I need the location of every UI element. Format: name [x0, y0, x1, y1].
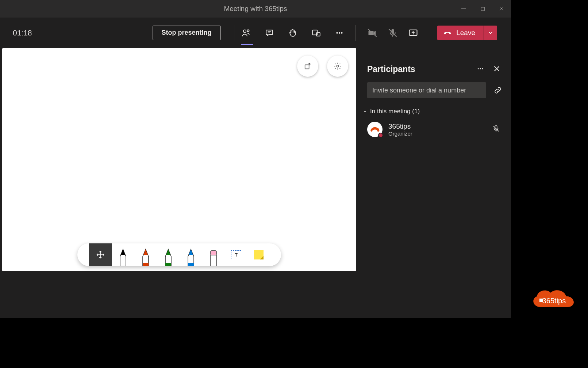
whiteboard-move-tool[interactable]: [89, 243, 112, 266]
move-icon: [96, 250, 105, 259]
participants-close-button[interactable]: [493, 65, 500, 73]
close-button[interactable]: [492, 0, 511, 18]
svg-rect-24: [211, 255, 216, 266]
share-screen-button[interactable]: [408, 28, 418, 38]
svg-point-12: [341, 32, 342, 33]
window-title: Meeting with 365tips: [224, 5, 287, 13]
content-area: T Participants: [0, 48, 511, 318]
stop-presenting-button[interactable]: Stop presenting: [153, 26, 221, 40]
link-icon: [493, 86, 502, 95]
leave-options-button[interactable]: [483, 26, 497, 40]
whiteboard-export-button[interactable]: [297, 56, 318, 77]
meeting-timer: 01:18: [13, 29, 32, 37]
in-meeting-label: In this meeting (1): [370, 108, 420, 115]
svg-point-27: [482, 68, 483, 69]
svg-rect-23: [211, 251, 216, 255]
leave-label: Leave: [456, 29, 475, 37]
whiteboard-pen-green[interactable]: [157, 243, 180, 266]
separator: [234, 25, 234, 41]
copy-link-button[interactable]: [493, 85, 503, 95]
pen-icon: [185, 247, 197, 266]
participants-panel: Participants In this meetin: [356, 48, 511, 318]
participants-header-actions: [477, 65, 500, 74]
svg-rect-18: [305, 65, 309, 69]
export-icon: [304, 62, 312, 70]
whiteboard-pen-black[interactable]: [112, 243, 134, 266]
participant-role: Organizer: [388, 130, 412, 137]
avatar: [367, 122, 383, 137]
svg-point-11: [338, 32, 340, 33]
svg-point-5: [247, 30, 249, 31]
app-window: Meeting with 365tips 01:18 Stop presenti…: [0, 0, 511, 318]
raise-hand-button[interactable]: [288, 28, 298, 38]
hangup-icon: [443, 29, 452, 37]
microphone-toggle-button[interactable]: [388, 28, 398, 38]
pen-icon: [140, 247, 151, 266]
minimize-button[interactable]: [454, 0, 473, 18]
svg-point-26: [480, 68, 481, 69]
svg-point-4: [243, 30, 246, 32]
whiteboard-pen-blue[interactable]: [180, 243, 202, 266]
participants-more-button[interactable]: [477, 65, 484, 74]
leave-button[interactable]: Leave: [437, 26, 483, 40]
whiteboard-eraser-tool[interactable]: [202, 243, 225, 266]
watermark-text: 365tips: [542, 297, 566, 305]
invite-input[interactable]: [367, 82, 486, 98]
whiteboard-toolbar: T: [77, 243, 281, 266]
eraser-icon: [208, 247, 219, 266]
svg-rect-33: [539, 299, 543, 302]
text-icon: T: [231, 250, 241, 259]
whiteboard-settings-button[interactable]: [327, 56, 348, 77]
invite-row: [356, 82, 511, 98]
chat-button[interactable]: [264, 28, 274, 38]
center-controls: [241, 28, 345, 38]
meeting-controls-bar: 01:18 Stop presenting: [0, 18, 511, 48]
whiteboard-top-controls: [297, 56, 348, 77]
svg-point-25: [478, 68, 479, 69]
chevron-down-icon: [363, 109, 367, 114]
participant-name: 365tips: [388, 122, 412, 130]
titlebar: Meeting with 365tips: [0, 0, 511, 18]
gear-icon: [334, 62, 342, 70]
svg-rect-21: [165, 263, 171, 266]
participant-mic-muted-icon[interactable]: [492, 125, 500, 134]
window-controls: [454, 0, 511, 18]
whiteboard-canvas[interactable]: T: [2, 48, 356, 271]
leave-button-group: Leave: [437, 26, 497, 40]
pen-icon: [162, 247, 174, 266]
svg-rect-22: [188, 263, 194, 266]
maximize-button[interactable]: [473, 0, 492, 18]
watermark-logo: 365tips: [530, 283, 579, 313]
breakout-rooms-button[interactable]: [311, 28, 321, 38]
right-controls: Leave: [367, 26, 508, 40]
participants-button[interactable]: [241, 28, 251, 38]
svg-rect-1: [481, 7, 484, 10]
sticky-note-icon: [254, 250, 264, 259]
participants-header: Participants: [356, 56, 511, 79]
svg-rect-20: [143, 263, 149, 266]
whiteboard-text-tool[interactable]: T: [225, 243, 247, 266]
svg-point-10: [336, 32, 338, 33]
whiteboard-pen-red[interactable]: [134, 243, 157, 266]
more-actions-button[interactable]: [334, 28, 345, 38]
pen-icon: [117, 247, 129, 266]
in-meeting-section[interactable]: In this meeting (1): [356, 98, 511, 117]
participant-row[interactable]: 365tips Organizer: [356, 117, 511, 140]
presence-badge: [378, 133, 383, 138]
camera-toggle-button[interactable]: [367, 28, 377, 38]
participants-title: Participants: [367, 64, 415, 74]
whiteboard-sticky-note-tool[interactable]: [247, 243, 270, 266]
separator: [356, 25, 356, 41]
svg-point-19: [337, 65, 339, 67]
participant-info: 365tips Organizer: [388, 122, 412, 137]
